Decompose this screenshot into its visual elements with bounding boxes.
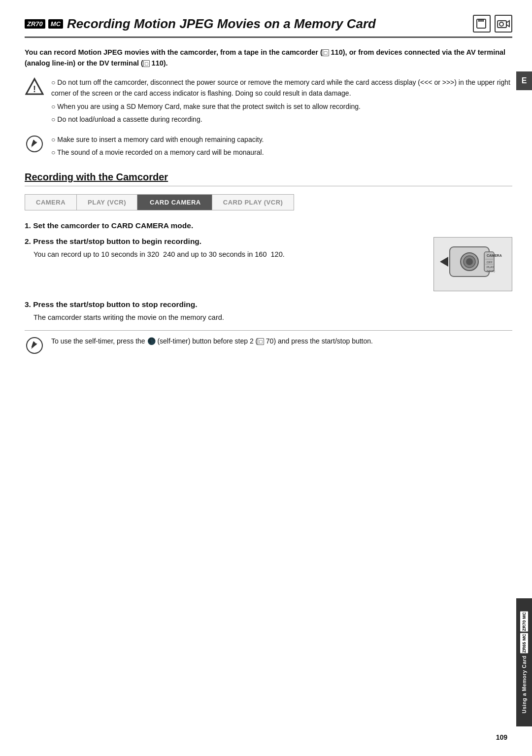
step-3-heading: 3. Press the start/stop button to stop r… bbox=[25, 300, 512, 309]
tab-camera[interactable]: CAMERA bbox=[25, 195, 77, 210]
warning-content: Do not turn off the camcorder, disconnec… bbox=[51, 77, 512, 127]
warning-item-1: Do not turn off the camcorder, disconnec… bbox=[51, 77, 512, 99]
step-3-body: The camcorder starts writing the movie o… bbox=[33, 312, 512, 323]
badge-mc: MC bbox=[48, 19, 63, 29]
camera-icon bbox=[495, 15, 512, 33]
spine-badge-zr65: ZR65 MC bbox=[520, 633, 528, 653]
svg-text:(VCR): (VCR) bbox=[487, 270, 495, 273]
step-2-heading: 2. Press the start/stop button to begin … bbox=[25, 237, 424, 246]
mode-tabs: CAMERA PLAY (VCR) CARD CAMERA CARD PLAY … bbox=[25, 194, 294, 210]
page-wrapper: E ZR70MC Recording Motion JPEG Movies on… bbox=[0, 0, 532, 756]
ref2: □ bbox=[143, 60, 150, 67]
warning-item-2: When you are using a SD Memory Card, mak… bbox=[51, 101, 512, 112]
camcorder-diagram-svg: CAMERA OFF PLAY (VCR) bbox=[437, 240, 509, 289]
note-icon-container bbox=[25, 134, 44, 154]
ref-70: □ bbox=[258, 338, 264, 345]
svg-rect-1 bbox=[478, 19, 480, 22]
svg-marker-16 bbox=[440, 257, 448, 267]
svg-rect-2 bbox=[480, 19, 482, 22]
step-2-area: 2. Press the start/stop button to begin … bbox=[25, 237, 512, 291]
svg-rect-3 bbox=[482, 19, 484, 22]
note-icon-container-2 bbox=[25, 336, 44, 355]
note-2-text: To use the self-timer, press the 🌑 (self… bbox=[51, 336, 373, 346]
e-tab-label: E bbox=[522, 76, 527, 85]
warning-section: ! Do not turn off the camcorder, disconn… bbox=[25, 77, 512, 127]
section-heading: Recording with the Camcorder bbox=[25, 172, 512, 186]
page-header: ZR70MC Recording Motion JPEG Movies on a… bbox=[25, 15, 512, 38]
note-item-1: Make sure to insert a memory card with e… bbox=[51, 134, 264, 145]
step-1-heading: 1. Set the camcorder to CARD CAMERA mode… bbox=[25, 221, 512, 230]
svg-text:OFF: OFF bbox=[487, 261, 493, 264]
warning-list: Do not turn off the camcorder, disconnec… bbox=[51, 77, 512, 125]
svg-text:!: ! bbox=[33, 84, 36, 94]
header-icons bbox=[473, 15, 512, 33]
tab-play-vcr[interactable]: PLAY (VCR) bbox=[77, 195, 137, 210]
intro-paragraph: You can record Motion JPEG movies with t… bbox=[25, 47, 512, 69]
step-3: 3. Press the start/stop button to stop r… bbox=[25, 300, 512, 323]
badge-zr70: ZR70 bbox=[25, 19, 45, 29]
warning-item-3: Do not load/unload a cassette during rec… bbox=[51, 114, 512, 125]
svg-text:CAMERA: CAMERA bbox=[487, 254, 502, 257]
note-section-2: To use the self-timer, press the 🌑 (self… bbox=[25, 336, 512, 355]
note-content-2: To use the self-timer, press the 🌑 (self… bbox=[51, 336, 373, 346]
note-pencil-icon-2 bbox=[26, 337, 43, 354]
note-divider bbox=[25, 330, 512, 331]
note-section-1: Make sure to insert a memory card with e… bbox=[25, 134, 512, 160]
step-2-body: You can record up to 10 seconds in 320 2… bbox=[33, 249, 424, 260]
step-2-text: 2. Press the start/stop button to begin … bbox=[25, 237, 424, 260]
spine-badge-zr70: ZR70 MC bbox=[520, 612, 528, 632]
e-section-tab: E bbox=[516, 71, 532, 90]
main-content: ZR70MC Recording Motion JPEG Movies on a… bbox=[25, 0, 512, 355]
svg-text:PLAY: PLAY bbox=[487, 266, 494, 269]
note-list-1: Make sure to insert a memory card with e… bbox=[51, 134, 264, 158]
warning-triangle-icon: ! bbox=[25, 77, 44, 96]
step-2-image: CAMERA OFF PLAY (VCR) bbox=[433, 237, 512, 291]
tab-card-play-vcr[interactable]: CARD PLAY (VCR) bbox=[212, 195, 294, 210]
step-1: 1. Set the camcorder to CARD CAMERA mode… bbox=[25, 221, 512, 230]
page-number: 109 bbox=[496, 733, 507, 741]
note-content-1: Make sure to insert a memory card with e… bbox=[51, 134, 264, 160]
intro-bold-text: You can record Motion JPEG movies with t… bbox=[25, 48, 505, 67]
tab-card-play-vcr-label: CARD PLAY (VCR) bbox=[223, 199, 283, 206]
tab-play-vcr-label: PLAY (VCR) bbox=[88, 199, 126, 206]
note-pencil-icon bbox=[26, 135, 43, 153]
ref1: □ bbox=[323, 49, 329, 56]
memory-card-icon bbox=[473, 15, 491, 33]
tab-card-camera[interactable]: CARD CAMERA bbox=[139, 195, 212, 210]
spine-text: Using a Memory Card bbox=[521, 655, 527, 713]
tab-camera-label: CAMERA bbox=[36, 199, 66, 206]
page-title: Recording Motion JPEG Movies on a Memory… bbox=[67, 16, 376, 32]
svg-rect-4 bbox=[498, 21, 506, 28]
spine-area: ZR70 MC ZR65 MC Using a Memory Card bbox=[516, 598, 532, 726]
warning-icon-container: ! bbox=[25, 77, 44, 97]
svg-point-14 bbox=[466, 258, 473, 265]
title-badge: ZR70MC bbox=[25, 19, 63, 29]
note-item-2: The sound of a movie recorded on a memor… bbox=[51, 147, 264, 158]
svg-point-6 bbox=[499, 22, 503, 26]
tab-card-camera-label: CARD CAMERA bbox=[150, 199, 201, 206]
